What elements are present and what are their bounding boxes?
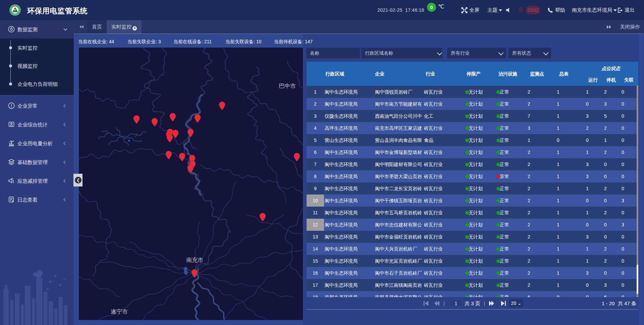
svg-text:南充市: 南充市 [186, 257, 203, 263]
svg-text:遂宁市: 遂宁市 [111, 309, 128, 315]
svg-text:巴中市: 巴中市 [279, 83, 296, 89]
